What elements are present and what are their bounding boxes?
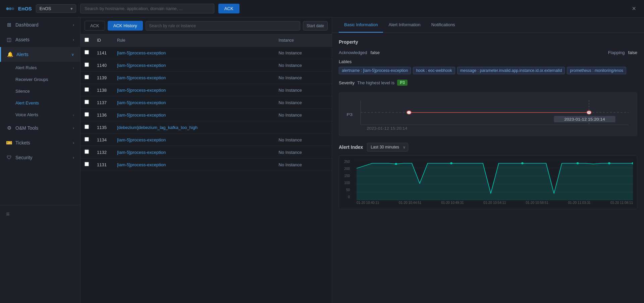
sidebar-item-label: Dashboard <box>15 22 39 28</box>
cell-instance-5: No Instance <box>275 109 332 121</box>
tab-alert-information[interactable]: Alert Information <box>383 17 426 33</box>
sidebar-bottom-icon[interactable]: ≡ <box>6 211 10 217</box>
x-label-3: 01-20 10:54:11 <box>483 201 506 205</box>
cell-rule-8[interactable]: [iam-5]process-exception <box>113 146 275 159</box>
table-row[interactable]: 1138 [iam-5]process-exception No Instanc… <box>80 84 332 96</box>
alerts-submenu: Alert Rules › Receiver Groups Silence Al… <box>0 62 80 121</box>
sidebar-sub-receiver-groups[interactable]: Receiver Groups <box>15 74 80 85</box>
cell-rule-1[interactable]: [iam-5]process-exception <box>113 59 275 72</box>
dashboard-icon: ⊞ <box>6 22 12 28</box>
cell-rule-7[interactable]: [iam-5]process-exception <box>113 134 275 146</box>
select-all-checkbox[interactable] <box>85 38 89 42</box>
main-layout: ⊞ Dashboard › ◫ Assets › 🔔 Alerts ∨ Aler… <box>0 17 644 303</box>
x-label-0: 01-20 10:40:11 <box>357 201 379 205</box>
cell-instance-3: No Instance <box>275 84 332 96</box>
svg-point-20 <box>395 163 397 165</box>
y-axis-labels: 250 200 150 100 50 0 <box>339 160 351 199</box>
svg-point-22 <box>521 162 524 164</box>
data-table: ID Rule Instance 1141 [iam-5]process-exc… <box>80 34 332 171</box>
table-row[interactable]: 1135 [debezium]debezium_lag_kafka_too_hi… <box>80 121 332 134</box>
cell-instance-4: No Instance <box>275 96 332 109</box>
row-checkbox-8[interactable] <box>85 149 89 154</box>
table-row[interactable]: 1134 [iam-5]process-exception No Instanc… <box>80 134 332 146</box>
svg-point-21 <box>450 162 452 164</box>
row-checkbox-2[interactable] <box>85 75 89 79</box>
svg-point-8 <box>407 111 411 114</box>
close-button[interactable]: × <box>629 3 639 14</box>
cell-id-7: 1134 <box>93 134 113 146</box>
ack-button[interactable]: ACK <box>218 4 239 13</box>
sidebar-item-dashboard[interactable]: ⊞ Dashboard › <box>0 17 80 32</box>
sidebar-item-alerts[interactable]: 🔔 Alerts ∨ <box>0 47 80 62</box>
tab-ack[interactable]: ACK <box>85 21 105 31</box>
cell-rule-0[interactable]: [iam-5]process-exception <box>113 47 275 59</box>
table-search-input[interactable] <box>146 21 300 31</box>
sidebar-item-label: Alerts <box>16 52 29 57</box>
y-label-100: 100 <box>339 181 351 185</box>
sidebar-item-label: Security <box>15 155 33 160</box>
row-checkbox-3[interactable] <box>85 87 89 92</box>
date-picker-button[interactable]: Start date <box>303 21 328 31</box>
sidebar-item-om-tools[interactable]: ⚙ O&M Tools › <box>0 121 80 135</box>
svg-point-2 <box>11 7 14 10</box>
tab-basic-information[interactable]: Basic Information <box>339 17 383 33</box>
sidebar-sub-alert-events[interactable]: Alert Events <box>15 97 80 109</box>
table-row[interactable]: 1137 [iam-5]process-exception No Instanc… <box>80 96 332 109</box>
cell-rule-3[interactable]: [iam-5]process-exception <box>113 84 275 96</box>
row-checkbox-5[interactable] <box>85 112 89 117</box>
sidebar-item-security[interactable]: 🛡 Security › <box>0 150 80 165</box>
y-label-200: 200 <box>339 167 351 171</box>
svg-point-0 <box>6 7 9 10</box>
cell-id-4: 1137 <box>93 96 113 109</box>
cell-instance-9: No Instance <box>275 159 332 171</box>
table-row[interactable]: 1136 [iam-5]process-exception No Instanc… <box>80 109 332 121</box>
flapping-label: Flapping <box>608 50 625 55</box>
svg-text:2023-01-12 15:20:14: 2023-01-12 15:20:14 <box>367 126 408 130</box>
row-checkbox-1[interactable] <box>85 62 89 67</box>
row-checkbox-0[interactable] <box>85 50 89 54</box>
detail-panel: Basic Information Alert Information Noti… <box>332 17 644 303</box>
table-row[interactable]: 1140 [iam-5]process-exception No Instanc… <box>80 59 332 72</box>
y-label-250: 250 <box>339 160 351 164</box>
sidebar-sub-alert-rules[interactable]: Alert Rules › <box>15 62 80 74</box>
tab-notifications[interactable]: Notifications <box>426 17 461 33</box>
acknowledged-label: Acknowledged <box>339 50 367 55</box>
table-row[interactable]: 1139 [iam-5]process-exception No Instanc… <box>80 72 332 84</box>
flapping-group: Flapping false <box>608 50 637 55</box>
y-label-50: 50 <box>339 188 351 192</box>
cell-rule-9[interactable]: [iam-5]process-exception <box>113 159 275 171</box>
x-axis-labels: 01-20 10:40:11 01-20 10:44:51 01-20 10:4… <box>357 201 633 205</box>
tab-ack-history[interactable]: ACK History <box>108 21 143 31</box>
sidebar-item-tickets[interactable]: 🎫 Tickets › <box>0 135 80 150</box>
env-select[interactable]: EnOS <box>36 4 76 13</box>
sidebar-sub-silence[interactable]: Silence <box>15 85 80 97</box>
cell-rule-4[interactable]: [iam-5]process-exception <box>113 96 275 109</box>
row-checkbox-4[interactable] <box>85 100 89 104</box>
svg-point-1 <box>9 7 11 10</box>
sidebar-item-assets[interactable]: ◫ Assets › <box>0 32 80 47</box>
sidebar: ⊞ Dashboard › ◫ Assets › 🔔 Alerts ∨ Aler… <box>0 17 80 303</box>
data-table-wrap: ID Rule Instance 1141 [iam-5]process-exc… <box>80 34 332 303</box>
svg-point-23 <box>577 162 579 164</box>
labels-title: Lables <box>339 59 637 64</box>
row-checkbox-7[interactable] <box>85 137 89 141</box>
cell-instance-2: No Instance <box>275 72 332 84</box>
time-select[interactable]: Last 30 minutes Last 1 hour Last 3 hours… <box>367 143 408 152</box>
cell-rule-6[interactable]: [debezium]debezium_lag_kafka_too_high <box>113 121 275 134</box>
sparkline-chart: 250 200 150 100 50 0 <box>339 156 637 209</box>
col-instance: Instance <box>275 34 332 47</box>
y-label-150: 150 <box>339 174 351 178</box>
sparkline-svg-wrap <box>357 160 633 200</box>
cell-instance-1: No Instance <box>275 59 332 72</box>
arrow-icon: › <box>73 23 74 27</box>
row-checkbox-9[interactable] <box>85 162 89 166</box>
table-row[interactable]: 1131 [iam-5]process-exception No Instanc… <box>80 159 332 171</box>
topbar-search[interactable] <box>80 4 214 13</box>
cell-rule-2[interactable]: [iam-5]process-exception <box>113 72 275 84</box>
y-label-0: 0 <box>339 195 351 199</box>
row-checkbox-6[interactable] <box>85 125 89 129</box>
table-row[interactable]: 1141 [iam-5]process-exception No Instanc… <box>80 47 332 59</box>
table-row[interactable]: 1132 [iam-5]process-exception No Instanc… <box>80 146 332 159</box>
cell-rule-5[interactable]: [iam-5]process-exception <box>113 109 275 121</box>
sidebar-sub-voice-alerts[interactable]: Voice Alerts › <box>15 109 80 121</box>
